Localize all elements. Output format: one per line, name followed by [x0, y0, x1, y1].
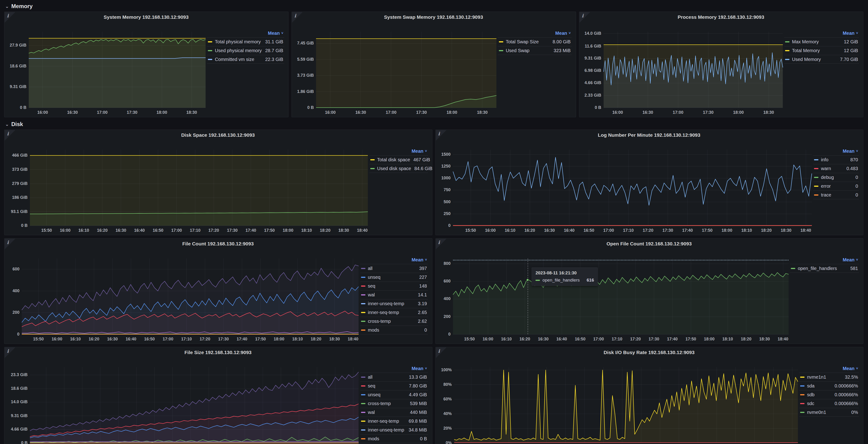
panel-info-corner[interactable]: i [436, 239, 446, 249]
legend-label[interactable]: cross-temp [368, 401, 391, 406]
plot-canvas[interactable] [30, 367, 359, 443]
legend-label[interactable]: sdb [807, 392, 814, 398]
y-tick-label: 200 [12, 310, 20, 315]
panel-info-corner[interactable]: i [292, 12, 303, 23]
x-tick-label: 16:30 [534, 337, 552, 342]
legend-label[interactable]: nvme0n1 [807, 410, 826, 415]
legend-calc-selector[interactable]: Mean˅ [799, 364, 859, 373]
legend-label[interactable]: Max Memory [792, 39, 819, 44]
x-tick-label: 18:10 [297, 228, 316, 233]
legend-calc-selector[interactable]: Mean˅ [360, 364, 428, 373]
plot-area[interactable] [22, 258, 359, 335]
section-header-memory[interactable]: ⌄ Memory [5, 2, 863, 10]
legend-row: Total Memory12 GiB [784, 46, 859, 55]
plot-canvas[interactable] [453, 258, 789, 335]
legend-value: 870 [847, 157, 858, 162]
panel-title[interactable]: Open File Count 192.168.130.12:9093 [438, 240, 861, 248]
legend-calc-selector[interactable]: Mean˅ [784, 29, 859, 37]
plot-area[interactable] [316, 32, 496, 108]
legend-label[interactable]: info [821, 157, 828, 162]
legend-label[interactable]: Total Swap Size [506, 39, 539, 44]
legend-label[interactable]: Used Swap [506, 48, 529, 53]
panel-info-corner[interactable]: i [5, 130, 15, 141]
plot-canvas[interactable] [22, 258, 359, 335]
section-header-disk[interactable]: ⌄ Disk [5, 120, 863, 128]
legend-label[interactable]: nvme1n1 [807, 375, 826, 380]
legend-label[interactable]: wal [368, 410, 375, 415]
plot-area[interactable] [454, 367, 798, 443]
legend-label[interactable]: inner-unseq-temp [368, 427, 404, 433]
chevron-down-icon: ˅ [856, 149, 858, 153]
panel-info-corner[interactable]: i [580, 12, 590, 23]
legend-label[interactable]: unseq [368, 275, 381, 280]
panel-info-corner[interactable]: i [5, 12, 15, 23]
plot-canvas[interactable] [454, 367, 798, 443]
plot-canvas[interactable] [603, 32, 783, 108]
legend-calc-selector[interactable]: Mean˅ [790, 256, 859, 264]
panel-title[interactable]: Log Number Per Minute 192.168.130.12:909… [438, 131, 861, 139]
legend-calc-selector[interactable]: Mean˅ [369, 147, 428, 155]
plot-canvas[interactable] [29, 32, 206, 108]
legend-label[interactable]: Total Memory [792, 48, 820, 53]
legend-calc-selector[interactable]: Mean˅ [360, 256, 428, 264]
legend-label[interactable]: inner-seq-temp [368, 310, 399, 315]
legend-label[interactable]: unseq [368, 392, 381, 398]
panel-title[interactable]: File Count 192.168.130.12:9093 [7, 240, 429, 248]
panel-info-corner[interactable]: i [436, 347, 446, 358]
legend-label[interactable]: inner-unseq-temp [368, 301, 404, 306]
cursor-point [526, 279, 529, 282]
legend-label[interactable]: mods [368, 436, 379, 441]
plot-canvas[interactable] [453, 150, 812, 226]
x-tick-label: 17:50 [260, 228, 279, 233]
plot-area[interactable] [29, 32, 206, 108]
legend-label[interactable]: error [821, 184, 831, 189]
legend-label[interactable]: Total physical memory [215, 39, 261, 44]
legend-label[interactable]: all [368, 375, 373, 380]
plot-area[interactable]: 2023-08-11 16:21:30 open_file_handlers 6… [453, 258, 789, 335]
panel-title[interactable]: System Memory 192.168.130.12:9093 [7, 13, 285, 21]
legend-label[interactable]: mods [368, 327, 379, 333]
x-tick-label: 18:00 [718, 228, 736, 233]
legend-label[interactable]: all [368, 266, 373, 271]
legend-label[interactable]: open_file_handlers [798, 266, 837, 271]
plot-area[interactable] [453, 150, 812, 226]
panel-info-corner[interactable]: i [436, 130, 446, 141]
legend-swatch [800, 377, 805, 378]
legend-calc-selector[interactable]: Mean˅ [813, 147, 859, 155]
plot-area[interactable] [30, 367, 359, 443]
x-tick-label: 17:00 [669, 110, 687, 115]
legend-label[interactable]: Used disk space [377, 166, 411, 171]
plot-area[interactable] [30, 150, 368, 226]
legend-label[interactable]: cross-temp [368, 319, 391, 324]
legend-label[interactable]: debug [821, 175, 834, 180]
legend-label[interactable]: wal [368, 292, 375, 297]
panel-title[interactable]: Disk I/O Busy Rate 192.168.130.12:9093 [438, 349, 861, 356]
legend-label[interactable]: inner-seq-temp [368, 418, 399, 424]
panel-title[interactable]: Process Memory 192.168.130.12:9093 [582, 13, 860, 21]
panel-info-corner[interactable]: i [5, 347, 15, 358]
plot-canvas[interactable] [30, 150, 368, 226]
legend-swatch [814, 186, 818, 187]
plot-canvas[interactable] [316, 32, 496, 108]
legend-calc-selector[interactable]: Mean˅ [498, 29, 571, 37]
legend-label[interactable]: trace [821, 192, 831, 198]
legend-label[interactable]: sdc [807, 401, 814, 406]
legend-calc-selector[interactable]: Mean˅ [207, 29, 284, 37]
panel-title[interactable]: Disk Space 192.168.130.12:9093 [7, 131, 429, 139]
y-tick-label: 1500 [441, 152, 451, 157]
legend-label[interactable]: Total disk space [377, 157, 410, 162]
x-tick-label: 17:30 [223, 228, 242, 233]
panel-title[interactable]: System Swap Memory 192.168.130.12:9093 [294, 13, 573, 21]
legend-label[interactable]: warn [821, 166, 831, 171]
panel-file-count: i File Count 192.168.130.12:9093 0200400… [4, 238, 432, 344]
legend-label[interactable]: Committed vm size [215, 57, 254, 62]
legend-label[interactable]: sda [807, 383, 814, 389]
legend-label[interactable]: Used physical memory [215, 48, 261, 53]
legend-label[interactable]: Used Memory [792, 57, 821, 62]
panel-info-corner[interactable]: i [5, 239, 15, 249]
x-tick-label: 17:40 [242, 228, 260, 233]
plot-area[interactable] [603, 32, 783, 108]
legend-label[interactable]: seq [368, 383, 375, 389]
panel-title[interactable]: File Size 192.168.130.12:9093 [7, 349, 429, 356]
legend-label[interactable]: seq [368, 283, 375, 289]
